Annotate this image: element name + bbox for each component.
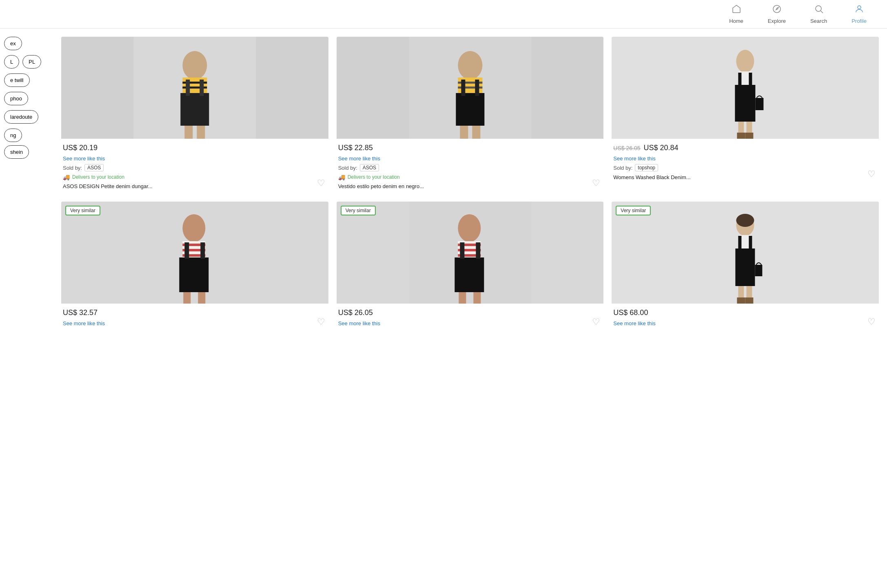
sold-by-row-1: Sold by: ASOS (63, 164, 327, 171)
price-current-4: US$ 32.57 (63, 308, 98, 317)
svg-rect-23 (472, 126, 480, 139)
product-card-inner-3: US$ 26.05 US$ 20.84 See more like this S… (612, 37, 879, 184)
nav-search[interactable]: Search (798, 0, 839, 28)
profile-icon (854, 4, 864, 16)
svg-rect-21 (475, 80, 479, 96)
product-info-5: US$ 26.05 See more like this (337, 304, 604, 332)
svg-point-3 (858, 6, 861, 9)
profile-label: Profile (852, 18, 867, 24)
product-card-4: Very similar (61, 202, 328, 332)
explore-icon (772, 4, 782, 16)
svg-point-15 (458, 51, 482, 80)
svg-rect-42 (184, 242, 189, 259)
svg-rect-63 (749, 236, 752, 249)
see-more-6[interactable]: See more like this (613, 320, 655, 326)
svg-rect-11 (200, 80, 204, 96)
svg-rect-45 (198, 292, 205, 304)
price-current-3: US$ 20.84 (644, 144, 679, 152)
sold-by-label-3: Sold by: (613, 165, 632, 171)
filter-chip-row-1: ex (4, 37, 49, 50)
price-row-1: US$ 20.19 (63, 144, 327, 152)
price-current-2: US$ 22.85 (338, 144, 373, 152)
wishlist-btn-4[interactable]: ♡ (317, 317, 325, 327)
svg-line-2 (820, 11, 823, 13)
product-card-6: Very similar (612, 202, 879, 332)
nav-profile[interactable]: Profile (839, 0, 879, 28)
svg-rect-55 (459, 292, 466, 304)
product-info-1: US$ 20.19 See more like this Sold by: AS… (61, 139, 328, 193)
svg-rect-12 (184, 126, 193, 139)
product-card-2: US$ 22.85 See more like this Sold by: AS… (337, 37, 604, 193)
svg-point-1 (816, 6, 821, 11)
delivery-text-1: Delivers to your location (72, 174, 124, 180)
nav-explore[interactable]: Explore (756, 0, 798, 28)
wishlist-btn-5[interactable]: ♡ (592, 317, 600, 327)
filter-chip-ng[interactable]: ng (4, 129, 22, 142)
product-title-3: Womens Washed Black Denim... (613, 174, 877, 181)
svg-rect-53 (460, 242, 464, 259)
svg-rect-22 (460, 126, 468, 139)
svg-rect-29 (749, 73, 752, 86)
wishlist-btn-1[interactable]: ♡ (317, 178, 325, 189)
filter-chip-phoo[interactable]: phoo (4, 92, 28, 105)
home-label: Home (729, 18, 743, 24)
svg-rect-27 (735, 85, 756, 122)
product-image-2[interactable] (337, 37, 604, 139)
search-label: Search (810, 18, 827, 24)
svg-rect-52 (455, 257, 484, 292)
product-image-3[interactable] (612, 37, 879, 139)
product-image-1[interactable] (61, 37, 328, 139)
nav-home[interactable]: Home (717, 0, 756, 28)
see-more-5[interactable]: See more like this (338, 320, 380, 326)
product-info-3: US$ 26.05 US$ 20.84 See more like this S… (612, 139, 879, 184)
filter-chip-row-6: ng shein (4, 129, 49, 159)
price-row-5: US$ 26.05 (338, 308, 602, 317)
price-row-3: US$ 26.05 US$ 20.84 (613, 144, 877, 152)
svg-rect-9 (180, 93, 209, 126)
svg-rect-13 (197, 126, 205, 139)
see-more-1[interactable]: See more like this (63, 155, 105, 162)
products-grid: US$ 20.19 See more like this Sold by: AS… (61, 37, 879, 332)
price-current-1: US$ 20.19 (63, 144, 98, 152)
filter-chip-l[interactable]: L (4, 55, 19, 69)
product-title-2: Vestido estilo peto denim en negro... (338, 183, 602, 190)
product-card-inner-4: Very similar (61, 202, 328, 332)
product-info-4: US$ 32.57 See more like this (61, 304, 328, 332)
product-card-inner-6: Very similar (612, 202, 879, 332)
svg-rect-54 (476, 242, 480, 259)
filter-chip-laredoute[interactable]: laredoute (4, 110, 38, 124)
see-more-3[interactable]: See more like this (613, 155, 655, 162)
filter-chip-ex[interactable]: ex (4, 37, 22, 50)
filter-chip-row-5: laredoute (4, 110, 49, 124)
svg-rect-10 (186, 80, 190, 96)
wishlist-btn-3[interactable]: ♡ (867, 169, 876, 180)
filter-chip-row-4: phoo (4, 92, 49, 105)
price-row-2: US$ 22.85 (338, 144, 602, 152)
price-original-3: US$ 26.05 (613, 145, 640, 151)
svg-rect-20 (461, 80, 465, 96)
price-current-6: US$ 68.00 (613, 308, 648, 317)
wishlist-btn-6[interactable]: ♡ (867, 317, 876, 327)
product-card-3: US$ 26.05 US$ 20.84 See more like this S… (612, 37, 879, 193)
svg-point-59 (736, 214, 754, 227)
svg-rect-41 (179, 257, 208, 292)
see-more-2[interactable]: See more like this (338, 155, 380, 162)
svg-rect-56 (473, 292, 481, 304)
svg-rect-43 (200, 242, 205, 259)
filter-chip-twill[interactable]: e twill (4, 73, 30, 87)
delivery-row-1: 🚚 Delivers to your location (63, 174, 327, 180)
wishlist-btn-2[interactable]: ♡ (592, 178, 600, 189)
svg-point-47 (458, 214, 481, 242)
filter-chip-row-3: e twill (4, 73, 49, 87)
product-card-5: Very similar (337, 202, 604, 332)
filter-chip-pl[interactable]: PL (22, 55, 41, 69)
svg-point-25 (736, 50, 754, 73)
product-image-5[interactable]: Very similar (337, 202, 604, 304)
product-image-4[interactable]: Very similar (61, 202, 328, 304)
filter-chip-shein[interactable]: shein (4, 145, 29, 159)
see-more-4[interactable]: See more like this (63, 320, 105, 326)
product-image-6[interactable]: Very similar (612, 202, 879, 304)
price-current-5: US$ 26.05 (338, 308, 373, 317)
top-navigation: Home Explore Search Profile (0, 0, 887, 29)
sold-by-row-3: Sold by: topshop (613, 164, 877, 171)
